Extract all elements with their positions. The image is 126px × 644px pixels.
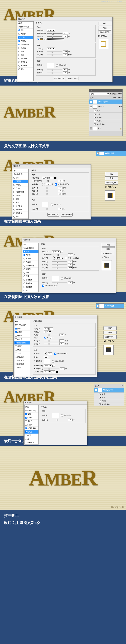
noise-value[interactable]: 0 — [63, 35, 68, 38]
set-default-button[interactable]: 设置为默认值 — [47, 213, 59, 216]
style-list[interactable]: 样式 混合选项:自定 投影 内阴影 外发光 内发光 斜面和浮雕 等高线 纹理 光… — [12, 169, 28, 219]
cancel-button[interactable]: 取消 — [102, 247, 115, 251]
layers-panel: 👁TAMBER 副本 — [96, 151, 126, 156]
style-item-contour[interactable]: 等高线 — [24, 430, 38, 434]
ok-button[interactable]: 确定 — [104, 326, 117, 330]
contour-picker[interactable] — [44, 359, 50, 364]
style-item[interactable]: 渐变叠加 — [18, 60, 33, 64]
layers-panel: 👁TAMBER 副本 — [96, 304, 124, 308]
ok-button[interactable]: 确定 — [98, 22, 111, 26]
reset-default-button[interactable]: 复位为默认值 — [61, 213, 73, 216]
range-slider[interactable] — [47, 70, 62, 70]
reset-default-button[interactable]: 复位为默认值 — [67, 76, 78, 80]
fx-row[interactable]: 👁投影 — [89, 113, 123, 116]
contour-picker[interactable] — [47, 63, 54, 68]
style-item[interactable]: 等高线 — [18, 46, 33, 50]
preview-check[interactable]: ☑ 预览(V) — [98, 35, 111, 38]
style-item-outerglow[interactable]: 外发光 — [18, 36, 33, 39]
style-item[interactable]: 斜面和浮雕 — [18, 43, 33, 46]
fx-row[interactable]: 👁斜面和浮雕 — [89, 123, 123, 126]
style-item-innershadow[interactable]: 内阴影 — [13, 180, 28, 183]
layer-row[interactable]: 👁TAMBER 副本 — [96, 151, 126, 156]
preview-check[interactable]: ☑ 预览(V) — [105, 185, 118, 189]
visibility-icon[interactable]: 👁 — [90, 106, 92, 108]
style-list[interactable]: 样式 混合选项:自定 投影 内阴影 外发光 内发光 斜面和浮雕 等高线 纹理 光… — [24, 405, 39, 444]
contour-picker[interactable] — [42, 202, 49, 207]
style-item[interactable]: 样式 — [18, 22, 33, 25]
cancel-button[interactable]: 取消 — [104, 331, 117, 334]
range-value[interactable]: 50 — [63, 68, 68, 71]
style-item[interactable]: 投影 — [18, 28, 33, 32]
size-slider[interactable] — [47, 54, 62, 55]
newstyle-button[interactable]: 新建样式(W)... — [98, 30, 111, 34]
layer-thumb: T — [93, 100, 97, 104]
preview-check[interactable]: ☑ 预览(V) — [104, 340, 117, 343]
size-label: 大小(S): — [37, 54, 46, 56]
color-radio[interactable] — [37, 38, 39, 40]
newstyle-button[interactable]: 新建样式(W)... — [105, 181, 118, 184]
style-item[interactable]: 图案叠加 — [18, 64, 33, 68]
layer-row[interactable]: 👁背景🔒 — [89, 126, 123, 131]
panel-title: 等高线 — [41, 406, 86, 408]
style-item[interactable]: 颜色叠加 — [18, 57, 33, 60]
fx-row[interactable]: 👁内发光 — [89, 116, 123, 119]
gradient-radio[interactable] — [44, 38, 47, 40]
blend-select[interactable]: 变亮 — [52, 250, 60, 253]
opacity-value[interactable]: 100 — [63, 32, 68, 35]
layer-row[interactable]: 👁TAMBERfx ▾ — [89, 104, 123, 109]
method-label: 方法(Q): — [37, 48, 46, 50]
visibility-icon[interactable]: 👁 — [90, 128, 92, 130]
color-swatch[interactable] — [60, 251, 63, 253]
set-default-button[interactable]: 设置为默认值 — [53, 76, 65, 80]
group-label: 品质 — [37, 60, 94, 62]
spread-slider[interactable] — [47, 52, 62, 52]
style-item[interactable]: 光泽 — [18, 53, 33, 57]
preview-check[interactable]: ☑ 预览(V) — [102, 256, 115, 258]
style-list[interactable]: 样式 混合选项:自定 投影 内阴影 外发光 内发光 斜面和浮雕 等高线 纹理 光… — [14, 320, 30, 376]
fx-row[interactable]: 👁外发光 — [89, 119, 123, 123]
style-item[interactable]: 混合选项:自定 — [18, 25, 33, 28]
newstyle-button[interactable]: 新建样式(W)... — [102, 252, 115, 256]
angle-dial[interactable] — [44, 352, 47, 355]
jitter-slider[interactable] — [47, 72, 62, 73]
blend-mode-select[interactable]: 正常 — [90, 92, 109, 95]
caption-2: 复制文字图层-去除文字效果 — [0, 141, 126, 151]
cancel-button[interactable]: 取消 — [105, 176, 118, 180]
style-item[interactable]: 纹理 — [18, 50, 33, 53]
opacity-slider[interactable] — [47, 33, 62, 34]
fx-row[interactable]: 👁效果 — [89, 109, 123, 113]
color-swatch[interactable] — [40, 38, 43, 40]
style-list[interactable]: 样式 混合选项:自定 投影 内阴影 外发光 内发光 斜面和浮雕 等高线 纹理 光… — [23, 242, 39, 292]
ok-button[interactable]: 确定 — [105, 172, 118, 176]
layers-panel: 填充:0% 👁TAMBER 副本 👁效果 👁投影 👁内阴影 👁斜面和浮雕 — [94, 384, 124, 406]
newstyle-button[interactable]: 新建样式(W)... — [104, 335, 117, 339]
jitter-value[interactable]: 0 — [63, 72, 68, 74]
spread-value[interactable]: 100 — [63, 50, 68, 53]
blend-select[interactable]: 正片叠底 — [42, 176, 53, 179]
cancel-button[interactable]: 取消 — [98, 26, 111, 30]
gradient-bar[interactable] — [47, 38, 64, 40]
contour-picker[interactable] — [52, 413, 59, 418]
style-item[interactable]: 内阴影 — [18, 32, 33, 36]
visibility-icon[interactable]: 👁 — [90, 101, 92, 103]
angle-dial[interactable] — [52, 256, 55, 260]
noise-slider[interactable] — [47, 36, 62, 37]
ok-button[interactable]: 确定 — [102, 243, 115, 247]
layer-name: AMBER 副本 — [98, 101, 108, 103]
antialias-check[interactable] — [56, 64, 58, 66]
style-item[interactable]: 内发光 — [18, 39, 33, 43]
style-item[interactable]: 描边 — [18, 68, 33, 71]
style-item-bevel[interactable]: 斜面和浮雕 — [14, 341, 30, 345]
footer: 打完收工 欢迎关注 每周更新4次 — [0, 510, 126, 529]
blend-select[interactable]: 柔光 — [47, 29, 55, 32]
angle-dial[interactable] — [42, 183, 45, 186]
style-item-dropshadow[interactable]: 投影 — [23, 250, 38, 254]
contour-picker[interactable] — [52, 276, 59, 281]
layer-row[interactable]: 👁TAMBER 副本 — [89, 100, 123, 104]
size-value[interactable]: 8 — [63, 53, 68, 56]
color-swatch[interactable] — [54, 177, 56, 179]
spread-label: 扩展(P): — [37, 50, 46, 53]
watermark: UiBQ.CoM — [111, 506, 124, 509]
style-list[interactable]: 样式 混合选项:自定 投影 内阴影 外发光 内发光 斜面和浮雕 等高线 纹理 光… — [18, 22, 34, 81]
method-select[interactable]: 柔和 — [47, 47, 55, 50]
